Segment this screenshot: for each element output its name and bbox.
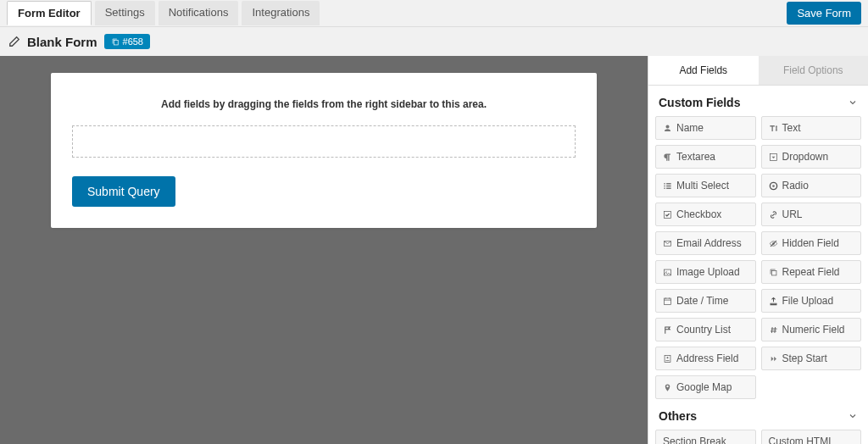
chevron-down-icon <box>848 411 858 421</box>
form-card: Add fields by dragging the fields from t… <box>51 73 597 228</box>
field-radio[interactable]: Radio <box>761 174 862 197</box>
tab-form-editor[interactable]: Form Editor <box>7 1 92 25</box>
form-id-badge[interactable]: #658 <box>104 34 150 49</box>
top-tabs: Form EditorSettingsNotificationsIntegrat… <box>7 1 320 25</box>
sidebar-tabs: Add FieldsField Options <box>648 56 868 86</box>
chevron-down-icon <box>848 97 858 108</box>
field-address-field[interactable]: Address Field <box>655 347 756 370</box>
eye-slash-icon <box>769 239 778 248</box>
envelope-icon <box>663 239 672 248</box>
field-numeric-field[interactable]: Numeric Field <box>761 318 862 341</box>
pencil-icon <box>8 36 20 47</box>
save-form-button[interactable]: Save Form <box>787 2 861 25</box>
field-grid: NameTextTextareaDropdownMulti SelectRadi… <box>655 116 861 399</box>
group-head-others[interactable]: Others <box>655 399 861 430</box>
form-title[interactable]: Blank Form <box>27 35 97 49</box>
field-repeat-field[interactable]: Repeat Field <box>761 260 862 284</box>
form-id-text: #658 <box>123 36 143 47</box>
field-textarea[interactable]: Textarea <box>655 145 756 169</box>
calendar-icon <box>663 297 672 306</box>
field-dropdown[interactable]: Dropdown <box>761 145 862 169</box>
field-section-break[interactable]: Section Break <box>655 430 756 444</box>
check-square-icon <box>663 210 672 219</box>
sidebar-tab-add-fields[interactable]: Add Fields <box>648 56 759 85</box>
field-hidden-field[interactable]: Hidden Field <box>761 231 862 255</box>
sidebar-body: Custom FieldsNameTextTextareaDropdownMul… <box>648 86 868 444</box>
paragraph-icon <box>663 153 672 162</box>
tab-settings[interactable]: Settings <box>95 1 155 25</box>
image-icon <box>663 268 672 277</box>
field-url[interactable]: URL <box>761 203 862 226</box>
field-custom-html[interactable]: Custom HTML <box>761 430 862 444</box>
field-country-list[interactable]: Country List <box>655 318 756 341</box>
step-icon <box>769 354 778 364</box>
group-head-custom-fields[interactable]: Custom Fields <box>655 86 861 116</box>
address-icon <box>663 354 672 364</box>
upload-icon <box>769 297 778 306</box>
field-step-start[interactable]: Step Start <box>761 347 862 370</box>
flag-icon <box>663 325 672 335</box>
field-image-upload[interactable]: Image Upload <box>655 260 756 284</box>
files-icon <box>111 37 120 47</box>
sidebar: Add FieldsField Options Custom FieldsNam… <box>648 56 868 444</box>
hash-icon <box>769 325 778 335</box>
field-dropzone[interactable] <box>72 125 576 158</box>
field-google-map[interactable]: Google Map <box>655 375 756 399</box>
submit-button[interactable]: Submit Query <box>72 176 175 207</box>
field-text[interactable]: Text <box>761 116 862 140</box>
map-marker-icon <box>663 383 672 392</box>
field-checkbox[interactable]: Checkbox <box>655 203 756 226</box>
top-bar: Form EditorSettingsNotificationsIntegrat… <box>0 0 868 27</box>
dot-icon <box>769 181 778 191</box>
canvas-hint: Add fields by dragging the fields from t… <box>72 98 576 110</box>
field-name[interactable]: Name <box>655 116 756 140</box>
subheader: Blank Form #658 <box>0 27 868 56</box>
field-date-time[interactable]: Date / Time <box>655 289 756 313</box>
field-file-upload[interactable]: File Upload <box>761 289 862 313</box>
sidebar-tab-field-options[interactable]: Field Options <box>759 56 869 85</box>
list-icon <box>663 181 672 191</box>
caret-down-icon <box>769 153 778 162</box>
tab-notifications[interactable]: Notifications <box>159 1 239 25</box>
link-icon <box>769 210 778 219</box>
copy-icon <box>769 268 778 277</box>
user-icon <box>663 124 672 133</box>
field-email-address[interactable]: Email Address <box>655 231 756 255</box>
canvas-area: Add fields by dragging the fields from t… <box>0 56 648 444</box>
field-multi-select[interactable]: Multi Select <box>655 174 756 197</box>
text-height-icon <box>769 124 778 133</box>
tab-integrations[interactable]: Integrations <box>242 1 320 25</box>
field-grid: Section BreakCustom HTMLreCaptchaShortco… <box>655 430 861 444</box>
